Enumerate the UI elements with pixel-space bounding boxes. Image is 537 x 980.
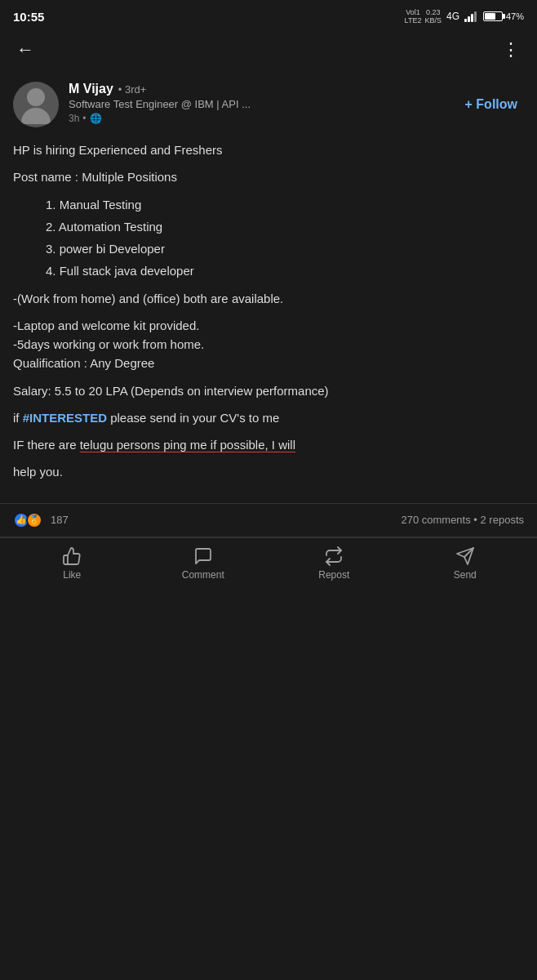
repost-action[interactable]: Repost [268, 546, 400, 581]
profile-info: M Vijay • 3rd+ Software Test Engineer @ … [69, 82, 449, 124]
profile-degree: • 3rd+ [118, 83, 147, 96]
post-cta: if #INTERESTED please send in your CV's … [13, 408, 524, 427]
avatar[interactable] [13, 82, 59, 127]
status-bar: 10:55 Vol1 LTE2 0.23 KB/S 4G 47% [0, 0, 537, 29]
list-item: 3. power bi Developer [46, 239, 524, 258]
list-item: 4. Full stack java developer [46, 261, 524, 280]
profile-section: M Vijay • 3rd+ Software Test Engineer @ … [0, 74, 537, 137]
comments-count[interactable]: 270 comments [401, 514, 470, 526]
send-icon [455, 546, 475, 566]
like-label: Like [63, 569, 81, 581]
status-time: 10:55 [13, 10, 44, 24]
send-action[interactable]: Send [400, 546, 531, 581]
like-action[interactable]: Like [7, 546, 138, 581]
list-item: 1. Manual Testing [46, 195, 524, 214]
hashtag-interested[interactable]: #INTERESTED [23, 411, 107, 425]
action-bar: Like Comment Repost Send [0, 537, 537, 589]
comment-icon [193, 546, 213, 566]
profile-meta: 3h • 🌐 [69, 113, 449, 124]
medal-emoji: 🏅 [26, 512, 42, 528]
post-help: help you. [13, 462, 524, 481]
reactions-row: 👍 🏅 187 270 comments • 2 reposts [0, 503, 537, 537]
post-line-postname: Post name : Multiple Positions [13, 167, 524, 186]
reaction-emojis: 👍 🏅 187 [13, 512, 69, 528]
post-positions-list: 1. Manual Testing 2. Automation Testing … [13, 195, 524, 281]
post-salary: Salary: 5.5 to 20 LPA (Depends on interv… [13, 381, 524, 400]
post-line-hiring: HP is hiring Experienced and Freshers [13, 140, 524, 159]
globe-icon: 🌐 [90, 113, 102, 124]
back-button[interactable]: ← [13, 36, 38, 64]
follow-button[interactable]: + Follow [459, 94, 524, 115]
more-options-button[interactable]: ⋮ [499, 36, 524, 64]
emoji-icons: 👍 🏅 [13, 512, 42, 528]
like-icon [62, 546, 82, 566]
profile-name[interactable]: M Vijay [69, 82, 113, 96]
status-right: Vol1 LTE2 0.23 KB/S 4G 47% [405, 8, 524, 24]
speed-info: 0.23 KB/S [424, 8, 442, 24]
reaction-count: 187 [51, 514, 69, 526]
top-nav: ← ⋮ [0, 29, 537, 74]
network-info: Vol1 LTE2 [405, 8, 422, 24]
post-telugu: IF there are telugu persons ping me if p… [13, 435, 524, 454]
battery-icon: 47% [483, 11, 524, 21]
profile-title: Software Test Engineer @ IBM | API ... [69, 98, 449, 110]
post-content: HP is hiring Experienced and Freshers Po… [0, 137, 537, 503]
network-type: 4G [446, 11, 459, 22]
reaction-stats: 270 comments • 2 reposts [401, 514, 524, 526]
repost-icon [324, 546, 344, 566]
post-laptop: -Laptop and welcome kit provided. -5days… [13, 316, 524, 373]
list-item: 2. Automation Testing [46, 217, 524, 236]
comment-label: Comment [182, 569, 224, 581]
comment-action[interactable]: Comment [138, 546, 269, 581]
profile-name-row: M Vijay • 3rd+ [69, 82, 449, 96]
reposts-count[interactable]: 2 reposts [481, 514, 524, 526]
send-label: Send [454, 569, 477, 581]
telugu-underline: telugu persons ping me if possible, I wi… [80, 438, 295, 452]
signal-bars-icon [464, 11, 477, 22]
post-wfh: -(Work from home) and (office) both are … [13, 289, 524, 308]
repost-label: Repost [318, 569, 349, 581]
